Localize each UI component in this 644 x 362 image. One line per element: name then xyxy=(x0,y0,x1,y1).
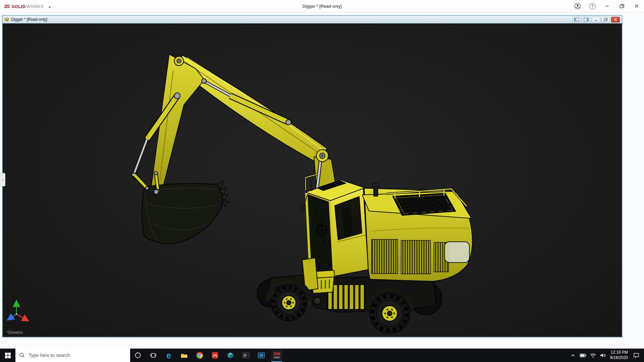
help-icon: ? xyxy=(589,3,596,9)
windows-taskbar: e xyxy=(0,349,644,362)
graphics-area[interactable]: *Dimetric xyxy=(3,23,622,337)
taskbar-clock[interactable]: 12:18 PM 9/16/2020 xyxy=(608,350,631,360)
start-button[interactable] xyxy=(0,349,15,362)
solidworks-app-icon xyxy=(227,352,234,359)
menu-expand-arrow-icon[interactable]: ▸ xyxy=(49,5,51,9)
minimize-button[interactable] xyxy=(600,0,614,12)
chrome-button[interactable] xyxy=(192,349,207,362)
battery-icon xyxy=(579,352,587,359)
battery-button[interactable] xyxy=(578,352,588,359)
clock-time: 12:18 PM xyxy=(610,350,628,355)
3d-model-digger[interactable] xyxy=(3,23,622,337)
task-view-icon xyxy=(150,352,157,359)
app-red-icon xyxy=(211,352,219,359)
brand-text-solid: SOLID xyxy=(11,4,25,9)
windows-logo-icon xyxy=(5,353,11,358)
triad-x-axis xyxy=(16,314,27,320)
model-engine-housing[interactable] xyxy=(362,184,472,281)
account-button[interactable] xyxy=(570,0,585,12)
taskbar-search[interactable] xyxy=(15,349,130,362)
doc-pane-right-button[interactable] xyxy=(582,17,591,22)
doc-close-icon xyxy=(613,18,618,21)
model-wheel-front-left[interactable] xyxy=(271,285,307,321)
cortana-button[interactable] xyxy=(130,349,146,362)
document-titlebar: Digger * [Read-only] xyxy=(3,16,622,23)
volume-button[interactable] xyxy=(598,352,608,359)
doc-minimize-icon xyxy=(594,18,598,21)
pane-right-icon xyxy=(584,18,589,21)
view-orientation-label: *Dimetric xyxy=(7,330,23,335)
app-titlebar: 3S SOLID WORKS ▸ Digger * [Read-only] ? xyxy=(0,0,644,12)
task-view-button[interactable] xyxy=(146,349,161,362)
help-button[interactable]: ? xyxy=(585,0,600,12)
action-center-icon xyxy=(633,352,640,359)
file-explorer-button[interactable] xyxy=(176,349,192,362)
featuremanager-collapsed-tab[interactable]: ‹ xyxy=(0,173,5,186)
model-wheel-front-right[interactable] xyxy=(370,293,410,334)
restore-icon xyxy=(619,3,625,9)
featuremanager-expand-icon: ‹ xyxy=(2,177,3,182)
console-window-icon xyxy=(242,352,250,359)
solidworks-2020-icon: SW 2020 xyxy=(271,350,282,361)
restore-button[interactable] xyxy=(614,0,629,12)
close-icon xyxy=(634,3,640,9)
console-window-button[interactable] xyxy=(238,349,254,362)
orientation-triad xyxy=(9,302,27,320)
app-window-title: Digger * [Read-only] xyxy=(0,4,644,9)
wifi-icon xyxy=(589,352,597,359)
pane-left-icon xyxy=(574,18,579,21)
solidworks-brand: 3S SOLID WORKS ▸ xyxy=(0,3,51,9)
tray-overflow-button[interactable] xyxy=(568,352,578,358)
mdi-client-area: ‹ Digger * [Read-only] xyxy=(0,12,644,349)
brand-text-works: WORKS xyxy=(26,4,44,9)
app-blue-icon xyxy=(258,352,265,359)
screen: 3S SOLID WORKS ▸ Digger * [Read-only] ? xyxy=(0,0,644,362)
speaker-icon xyxy=(599,352,607,359)
model-cab[interactable] xyxy=(302,174,368,294)
doc-close-button[interactable] xyxy=(611,17,620,22)
edge-button[interactable]: e xyxy=(161,349,176,362)
app-blue-button[interactable] xyxy=(254,349,269,362)
doc-restore-button[interactable] xyxy=(601,17,610,22)
file-explorer-icon xyxy=(180,352,188,359)
app-red-button[interactable] xyxy=(207,349,223,362)
doc-pane-left-button[interactable] xyxy=(572,17,581,22)
solidworks-2020-button[interactable]: SW 2020 xyxy=(269,349,284,362)
document-window-controls xyxy=(572,17,621,22)
close-button[interactable] xyxy=(629,0,644,12)
network-button[interactable] xyxy=(588,352,598,359)
cortana-icon xyxy=(135,352,141,359)
assembly-document-icon xyxy=(4,17,9,22)
system-tray: 12:18 PM 9/16/2020 xyxy=(568,349,644,362)
chevron-up-icon xyxy=(570,352,576,358)
clock-date: 9/16/2020 xyxy=(610,355,628,361)
document-window: Digger * [Read-only] xyxy=(2,15,623,338)
doc-minimize-button[interactable] xyxy=(592,17,600,22)
account-icon xyxy=(574,3,581,9)
minimize-icon xyxy=(604,3,610,9)
triad-z-axis xyxy=(9,314,16,319)
search-icon xyxy=(19,353,25,358)
action-center-button[interactable] xyxy=(631,352,641,359)
search-input[interactable] xyxy=(28,352,113,358)
solidworks-app-button[interactable] xyxy=(223,349,238,362)
chrome-icon xyxy=(196,352,203,359)
solidworks-logo-icon: 3S xyxy=(4,3,9,9)
doc-restore-icon xyxy=(603,18,608,21)
document-title: Digger * [Read-only] xyxy=(11,17,47,22)
window-controls: ? xyxy=(570,0,644,12)
edge-icon: e xyxy=(166,351,171,360)
